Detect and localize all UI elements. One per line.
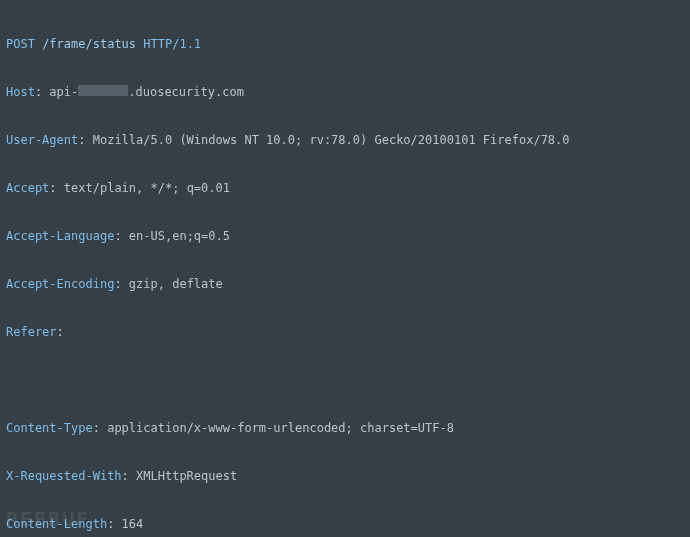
header-accept: Accept: text/plain, */*; q=0.01 — [6, 180, 684, 196]
header-x-requested-with: X-Requested-With: XMLHttpRequest — [6, 468, 684, 484]
request-pane: POST /frame/status HTTP/1.1 Host: api-xx… — [0, 0, 690, 537]
http-version: HTTP/1.1 — [143, 37, 201, 51]
header-user-agent: User-Agent: Mozilla/5.0 (Windows NT 10.0… — [6, 132, 684, 148]
header-content-type: Content-Type: application/x-www-form-url… — [6, 420, 684, 436]
request-line: POST /frame/status HTTP/1.1 — [6, 36, 684, 52]
http-method: POST — [6, 37, 35, 51]
header-host: Host: api-xxxxx.duosecurity.com — [6, 84, 684, 100]
header-accept-language: Accept-Language: en-US,en;q=0.5 — [6, 228, 684, 244]
redacted-block: xxxxx — [78, 85, 128, 96]
header-accept-encoding: Accept-Encoding: gzip, deflate — [6, 276, 684, 292]
header-content-length: Content-Length: 164 — [6, 516, 684, 532]
header-referer: Referer: — [6, 324, 684, 340]
http-path: /frame/status — [42, 37, 136, 51]
blank-line-1 — [6, 372, 684, 388]
